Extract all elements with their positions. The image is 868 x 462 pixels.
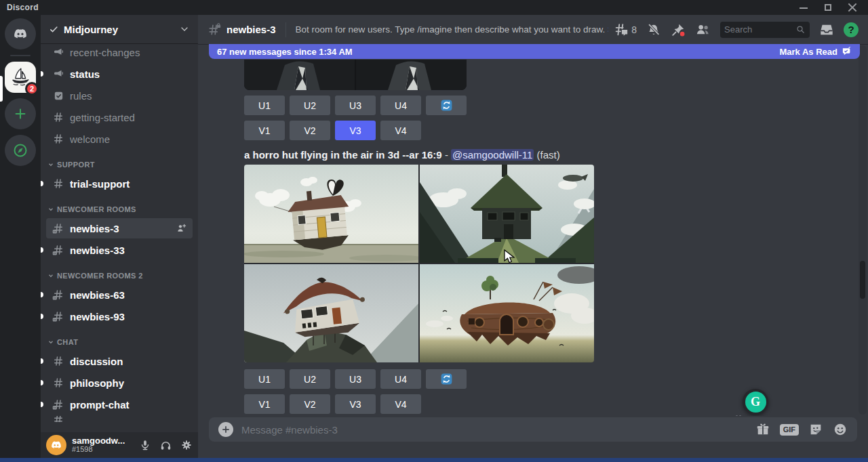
category-support[interactable]: SUPPORT (46, 157, 193, 172)
chevron-down-icon (47, 161, 54, 168)
generated-image-1[interactable] (244, 165, 418, 263)
hash-icon (52, 110, 65, 124)
generated-image-previous[interactable] (244, 60, 467, 90)
unread-dot (41, 292, 43, 297)
server-icon-midjourney[interactable]: 2 (5, 62, 36, 93)
v4-button[interactable]: V4 (380, 394, 421, 414)
channel-name: newbies-3 (226, 24, 276, 35)
hash-icon (52, 132, 65, 146)
sidebar-item-newbies-3[interactable]: newbies-3 (46, 218, 193, 238)
member-list-icon[interactable] (695, 22, 711, 37)
sidebar-item-newbies-93[interactable]: newbies-93 (46, 306, 193, 327)
category-newcomer-rooms-2[interactable]: NEWCOMER ROOMS 2 (46, 268, 193, 283)
help-button[interactable]: ? (844, 22, 859, 37)
v4-button[interactable]: V4 (380, 121, 421, 140)
question-mark: ? (848, 24, 854, 35)
u4-button[interactable]: U4 (380, 369, 421, 389)
v3-button-selected[interactable]: V3 (335, 121, 376, 140)
attach-plus-icon[interactable] (218, 422, 233, 437)
chevron-down-icon (179, 24, 190, 35)
sidebar-item-prompt-chat[interactable]: prompt-chat (46, 394, 193, 415)
maximize-icon[interactable] (823, 3, 833, 12)
search-icon (795, 24, 806, 35)
u2-button[interactable]: U2 (290, 96, 330, 115)
dash: - (445, 149, 448, 161)
scrollbar-track[interactable] (859, 45, 867, 415)
user-mention[interactable]: @samgoodwill-11 (451, 149, 534, 161)
user-meta[interactable]: samgoodw... #1598 (72, 436, 125, 453)
sticker-icon[interactable] (808, 422, 823, 437)
add-server-button[interactable] (5, 98, 36, 129)
search-input[interactable] (724, 24, 793, 35)
v2-button[interactable]: V2 (290, 394, 330, 414)
search-box[interactable] (720, 22, 810, 38)
username: samgoodw... (72, 436, 125, 446)
scrollbar-thumb[interactable] (860, 261, 865, 299)
u1-button[interactable]: U1 (244, 96, 285, 115)
settings-gear-icon[interactable] (180, 439, 193, 451)
generated-image-3[interactable] (244, 264, 418, 362)
header-divider (285, 22, 286, 37)
variation-button-row: V1 V2 V3 V4 (244, 121, 868, 140)
v1-button[interactable]: V1 (244, 121, 285, 140)
sidebar-item-getting-started[interactable]: getting-started (46, 107, 193, 127)
mark-as-read-button[interactable]: Mark As Read (780, 47, 852, 57)
upscale-button-row: U1 U2 U3 U4 (244, 96, 868, 115)
discord-home-button[interactable] (5, 18, 36, 49)
composer: GIF (198, 416, 868, 458)
reroll-icon (440, 373, 453, 385)
channel-topic[interactable]: Bot room for new users. Type /imagine th… (296, 24, 609, 35)
minimize-icon[interactable] (799, 3, 808, 12)
sidebar-item-newbies-63[interactable]: newbies-63 (46, 285, 193, 305)
hash-bot-icon (52, 222, 65, 235)
u2-button[interactable]: U2 (290, 369, 330, 389)
threads-button[interactable]: 8 (614, 22, 637, 37)
u3-button[interactable]: U3 (335, 369, 376, 389)
pinned-messages-icon[interactable] (671, 22, 686, 37)
sidebar-item-status[interactable]: status (46, 64, 193, 84)
v3-button[interactable]: V3 (335, 394, 376, 414)
generated-image-2[interactable] (420, 165, 594, 263)
rules-icon (52, 89, 65, 102)
close-icon[interactable] (848, 3, 857, 12)
unread-dot (41, 71, 43, 77)
v2-button[interactable]: V2 (290, 121, 330, 140)
gift-icon[interactable] (755, 422, 770, 437)
v1-button[interactable]: V1 (244, 394, 285, 414)
message-input-bar[interactable]: GIF (209, 417, 857, 442)
create-invite-icon[interactable] (176, 223, 187, 234)
sidebar-item-philosophy[interactable]: philosophy (46, 373, 193, 393)
u4-button[interactable]: U4 (380, 96, 421, 115)
mic-icon[interactable] (139, 439, 151, 451)
avatar[interactable] (46, 435, 66, 455)
sidebar-item-rules[interactable]: rules (46, 85, 193, 106)
verified-check-icon (49, 24, 59, 35)
message-list: 67 new messages since 1:34 AM Mark As Re… (198, 44, 868, 416)
inbox-icon[interactable] (819, 22, 834, 37)
sidebar-item-newbies-33[interactable]: newbies-33 (46, 240, 193, 260)
hash-icon (52, 354, 65, 368)
headphones-icon[interactable] (159, 439, 172, 452)
grammarly-drag-handle[interactable] (736, 415, 741, 416)
grammarly-widget[interactable]: G (743, 389, 768, 415)
sidebar-item-discussion[interactable]: discussion (46, 351, 193, 371)
category-chat[interactable]: CHAT (46, 335, 193, 350)
notifications-muted-icon[interactable] (646, 22, 661, 37)
server-header[interactable]: Midjourney (41, 15, 198, 44)
explore-servers-button[interactable] (5, 135, 36, 166)
u1-button[interactable]: U1 (244, 369, 285, 389)
sidebar-item-welcome[interactable]: welcome (46, 129, 193, 149)
plus-icon (13, 106, 28, 121)
reroll-button[interactable] (426, 96, 467, 115)
sidebar-item-trial-support[interactable]: trial-support (46, 173, 193, 194)
category-newcomer-rooms[interactable]: NEWCOMER ROOMS (46, 202, 193, 217)
u3-button[interactable]: U3 (335, 96, 376, 115)
generated-image-4[interactable] (420, 264, 594, 362)
emoji-icon[interactable] (833, 422, 848, 437)
sidebar-item-recent-changes[interactable]: recent-changes (46, 44, 193, 62)
sidebar-item-clipped[interactable] (46, 416, 193, 422)
reroll-button[interactable] (426, 369, 467, 389)
gif-picker-button[interactable]: GIF (780, 424, 799, 436)
message-input[interactable] (241, 424, 747, 436)
new-messages-bar[interactable]: 67 new messages since 1:34 AM Mark As Re… (209, 44, 860, 59)
